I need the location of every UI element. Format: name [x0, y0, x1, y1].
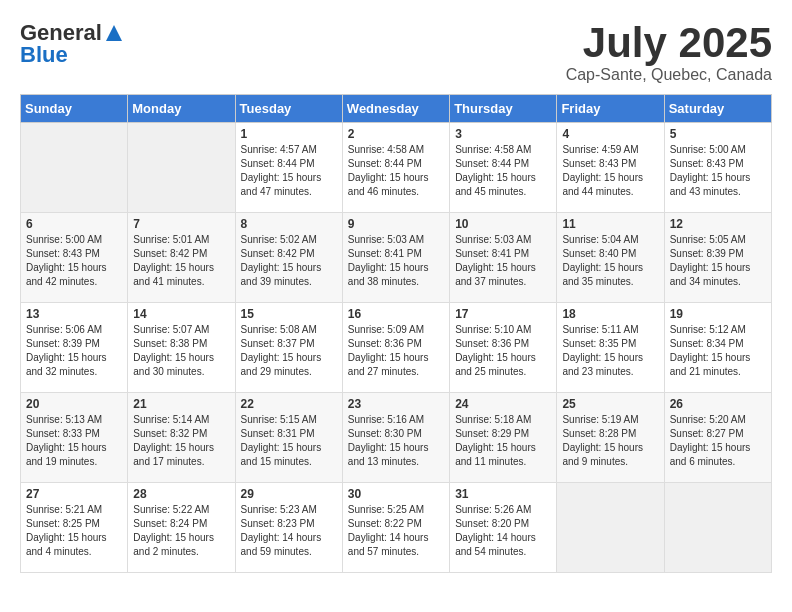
daylight-text: Daylight: 15 hours and 46 minutes.: [348, 172, 429, 197]
day-detail: Sunrise: 4:58 AM Sunset: 8:44 PM Dayligh…: [455, 143, 551, 199]
calendar-cell: 6 Sunrise: 5:00 AM Sunset: 8:43 PM Dayli…: [21, 213, 128, 303]
calendar-cell: 24 Sunrise: 5:18 AM Sunset: 8:29 PM Dayl…: [450, 393, 557, 483]
sunset-text: Sunset: 8:29 PM: [455, 428, 529, 439]
calendar-cell: 20 Sunrise: 5:13 AM Sunset: 8:33 PM Dayl…: [21, 393, 128, 483]
day-detail: Sunrise: 5:19 AM Sunset: 8:28 PM Dayligh…: [562, 413, 658, 469]
daylight-text: Daylight: 15 hours and 43 minutes.: [670, 172, 751, 197]
daylight-text: Daylight: 15 hours and 6 minutes.: [670, 442, 751, 467]
day-detail: Sunrise: 5:12 AM Sunset: 8:34 PM Dayligh…: [670, 323, 766, 379]
sunset-text: Sunset: 8:42 PM: [241, 248, 315, 259]
calendar-week-row: 20 Sunrise: 5:13 AM Sunset: 8:33 PM Dayl…: [21, 393, 772, 483]
daylight-text: Daylight: 15 hours and 38 minutes.: [348, 262, 429, 287]
sunrise-text: Sunrise: 5:01 AM: [133, 234, 209, 245]
daylight-text: Daylight: 15 hours and 21 minutes.: [670, 352, 751, 377]
day-number: 26: [670, 397, 766, 411]
calendar-week-row: 6 Sunrise: 5:00 AM Sunset: 8:43 PM Dayli…: [21, 213, 772, 303]
day-number: 30: [348, 487, 444, 501]
day-detail: Sunrise: 5:03 AM Sunset: 8:41 PM Dayligh…: [455, 233, 551, 289]
day-number: 24: [455, 397, 551, 411]
day-detail: Sunrise: 4:58 AM Sunset: 8:44 PM Dayligh…: [348, 143, 444, 199]
sunrise-text: Sunrise: 5:23 AM: [241, 504, 317, 515]
daylight-text: Daylight: 15 hours and 19 minutes.: [26, 442, 107, 467]
sunrise-text: Sunrise: 5:09 AM: [348, 324, 424, 335]
sunset-text: Sunset: 8:40 PM: [562, 248, 636, 259]
daylight-text: Daylight: 15 hours and 42 minutes.: [26, 262, 107, 287]
day-detail: Sunrise: 5:13 AM Sunset: 8:33 PM Dayligh…: [26, 413, 122, 469]
sunset-text: Sunset: 8:36 PM: [455, 338, 529, 349]
daylight-text: Daylight: 15 hours and 17 minutes.: [133, 442, 214, 467]
sunset-text: Sunset: 8:43 PM: [26, 248, 100, 259]
day-number: 16: [348, 307, 444, 321]
daylight-text: Daylight: 15 hours and 44 minutes.: [562, 172, 643, 197]
sunset-text: Sunset: 8:39 PM: [670, 248, 744, 259]
daylight-text: Daylight: 15 hours and 41 minutes.: [133, 262, 214, 287]
day-number: 11: [562, 217, 658, 231]
day-number: 5: [670, 127, 766, 141]
day-detail: Sunrise: 5:21 AM Sunset: 8:25 PM Dayligh…: [26, 503, 122, 559]
calendar-week-row: 1 Sunrise: 4:57 AM Sunset: 8:44 PM Dayli…: [21, 123, 772, 213]
sunset-text: Sunset: 8:41 PM: [455, 248, 529, 259]
calendar-cell: 1 Sunrise: 4:57 AM Sunset: 8:44 PM Dayli…: [235, 123, 342, 213]
sunset-text: Sunset: 8:43 PM: [562, 158, 636, 169]
day-detail: Sunrise: 5:09 AM Sunset: 8:36 PM Dayligh…: [348, 323, 444, 379]
sunset-text: Sunset: 8:25 PM: [26, 518, 100, 529]
calendar-cell: 29 Sunrise: 5:23 AM Sunset: 8:23 PM Dayl…: [235, 483, 342, 573]
day-detail: Sunrise: 4:59 AM Sunset: 8:43 PM Dayligh…: [562, 143, 658, 199]
day-detail: Sunrise: 5:10 AM Sunset: 8:36 PM Dayligh…: [455, 323, 551, 379]
sunrise-text: Sunrise: 5:12 AM: [670, 324, 746, 335]
sunrise-text: Sunrise: 5:26 AM: [455, 504, 531, 515]
day-number: 28: [133, 487, 229, 501]
sunrise-text: Sunrise: 5:22 AM: [133, 504, 209, 515]
calendar-cell: [128, 123, 235, 213]
sunrise-text: Sunrise: 5:21 AM: [26, 504, 102, 515]
daylight-text: Daylight: 15 hours and 25 minutes.: [455, 352, 536, 377]
day-number: 29: [241, 487, 337, 501]
sunrise-text: Sunrise: 5:04 AM: [562, 234, 638, 245]
day-of-week-header: Sunday: [21, 95, 128, 123]
daylight-text: Daylight: 15 hours and 9 minutes.: [562, 442, 643, 467]
logo-blue-text: Blue: [20, 42, 68, 68]
calendar-table: SundayMondayTuesdayWednesdayThursdayFrid…: [20, 94, 772, 573]
day-number: 4: [562, 127, 658, 141]
sunset-text: Sunset: 8:27 PM: [670, 428, 744, 439]
sunrise-text: Sunrise: 5:00 AM: [670, 144, 746, 155]
sunset-text: Sunset: 8:44 PM: [348, 158, 422, 169]
day-of-week-header: Saturday: [664, 95, 771, 123]
day-number: 8: [241, 217, 337, 231]
logo: General Blue: [20, 20, 124, 68]
day-detail: Sunrise: 5:06 AM Sunset: 8:39 PM Dayligh…: [26, 323, 122, 379]
sunset-text: Sunset: 8:37 PM: [241, 338, 315, 349]
day-detail: Sunrise: 5:01 AM Sunset: 8:42 PM Dayligh…: [133, 233, 229, 289]
calendar-cell: 27 Sunrise: 5:21 AM Sunset: 8:25 PM Dayl…: [21, 483, 128, 573]
sunrise-text: Sunrise: 5:10 AM: [455, 324, 531, 335]
day-number: 9: [348, 217, 444, 231]
day-number: 25: [562, 397, 658, 411]
sunrise-text: Sunrise: 4:59 AM: [562, 144, 638, 155]
calendar-cell: 7 Sunrise: 5:01 AM Sunset: 8:42 PM Dayli…: [128, 213, 235, 303]
sunrise-text: Sunrise: 5:03 AM: [455, 234, 531, 245]
day-detail: Sunrise: 5:03 AM Sunset: 8:41 PM Dayligh…: [348, 233, 444, 289]
sunset-text: Sunset: 8:36 PM: [348, 338, 422, 349]
sunrise-text: Sunrise: 5:13 AM: [26, 414, 102, 425]
day-number: 14: [133, 307, 229, 321]
day-detail: Sunrise: 5:00 AM Sunset: 8:43 PM Dayligh…: [26, 233, 122, 289]
sunset-text: Sunset: 8:41 PM: [348, 248, 422, 259]
day-number: 19: [670, 307, 766, 321]
sunset-text: Sunset: 8:20 PM: [455, 518, 529, 529]
day-number: 7: [133, 217, 229, 231]
calendar-cell: 14 Sunrise: 5:07 AM Sunset: 8:38 PM Dayl…: [128, 303, 235, 393]
daylight-text: Daylight: 15 hours and 4 minutes.: [26, 532, 107, 557]
daylight-text: Daylight: 15 hours and 45 minutes.: [455, 172, 536, 197]
sunset-text: Sunset: 8:39 PM: [26, 338, 100, 349]
sunset-text: Sunset: 8:44 PM: [455, 158, 529, 169]
daylight-text: Daylight: 15 hours and 32 minutes.: [26, 352, 107, 377]
calendar-cell: 5 Sunrise: 5:00 AM Sunset: 8:43 PM Dayli…: [664, 123, 771, 213]
sunrise-text: Sunrise: 4:58 AM: [348, 144, 424, 155]
day-number: 3: [455, 127, 551, 141]
day-detail: Sunrise: 5:08 AM Sunset: 8:37 PM Dayligh…: [241, 323, 337, 379]
sunrise-text: Sunrise: 5:19 AM: [562, 414, 638, 425]
sunset-text: Sunset: 8:23 PM: [241, 518, 315, 529]
sunrise-text: Sunrise: 5:25 AM: [348, 504, 424, 515]
sunset-text: Sunset: 8:43 PM: [670, 158, 744, 169]
daylight-text: Daylight: 15 hours and 15 minutes.: [241, 442, 322, 467]
